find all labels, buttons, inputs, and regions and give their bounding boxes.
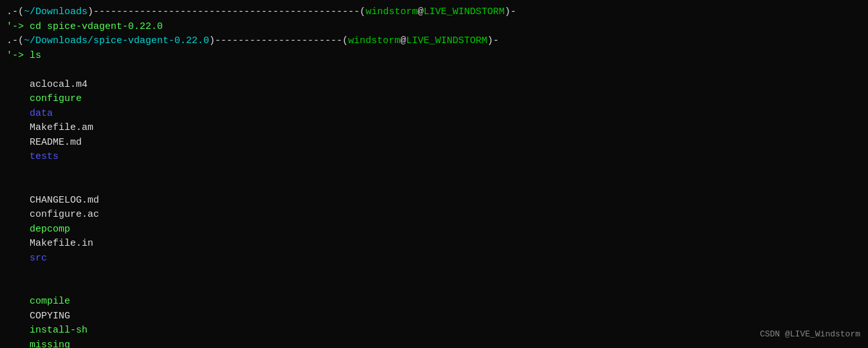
prompt-separator: )---------------------------------------… [88, 6, 365, 17]
watermark: CSDN @LIVE_Windstorm [760, 328, 860, 341]
prompt-user: windstorm [365, 6, 418, 17]
prompt-host: LIVE_WINDSTORM [423, 6, 504, 17]
ls-row-1: aclocal.m4 configure data Makefile.am RE… [6, 63, 862, 179]
cmd-line-1: '-> cd spice-vdagent-0.22.0 [6, 20, 862, 35]
prompt-line-1: .-(~/Downloads)-------------------------… [6, 5, 862, 20]
prompt-at: @ [418, 6, 423, 17]
cmd-text: '-> cd spice-vdagent-0.22.0 [6, 21, 163, 32]
prompt-dir: ~/Downloads [24, 6, 88, 17]
ls-row-3: compile COPYING install-sh missing test-… [6, 280, 862, 349]
cmd-line-2: '-> ls [6, 49, 862, 64]
prompt-line-2: .-(~/Downloads/spice-vdagent-0.22.0)----… [6, 34, 862, 49]
prompt-text: .-( [6, 6, 24, 17]
prompt-end: )- [504, 6, 516, 17]
ls-row-2: CHANGELOG.md configure.ac depcomp Makefi… [6, 179, 862, 280]
terminal-window: .-(~/Downloads)-------------------------… [0, 0, 868, 348]
